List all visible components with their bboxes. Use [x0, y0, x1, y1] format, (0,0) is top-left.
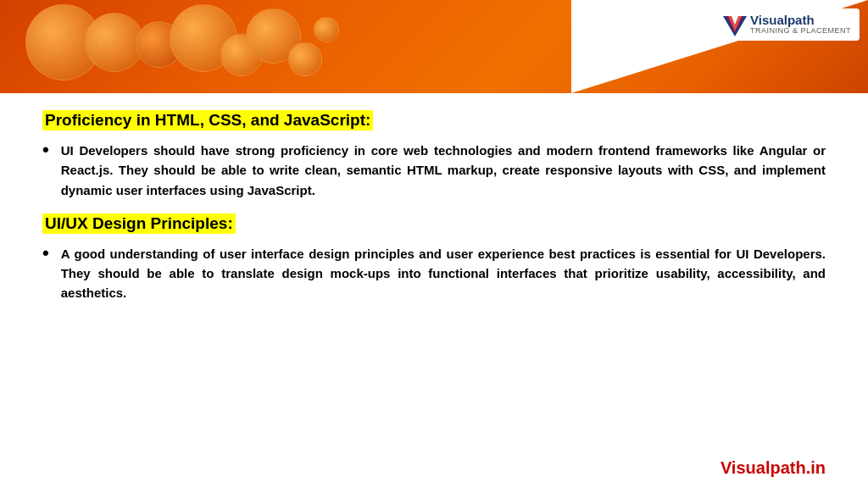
section1-bullet-text: UI Developers should have strong profici…	[61, 141, 826, 200]
section-uiux: UI/UX Design Principles: • A good unders…	[42, 214, 826, 303]
logo-icon	[723, 13, 747, 36]
logo-text: Visualpath training & placement	[750, 14, 851, 36]
header-banner: Visualpath training & placement	[0, 0, 868, 93]
section2-title: UI/UX Design Principles:	[42, 214, 236, 234]
main-content: Proficiency in HTML, CSS, and JavaScript…	[0, 93, 868, 330]
section-html-css: Proficiency in HTML, CSS, and JavaScript…	[42, 110, 826, 200]
section2-bullet-text: A good understanding of user interface d…	[61, 244, 826, 303]
bullet-item: • A good understanding of user interface…	[42, 244, 826, 303]
bullet-dot: •	[42, 137, 49, 164]
section2-bullet-list: • A good understanding of user interface…	[42, 244, 826, 303]
section1-title: Proficiency in HTML, CSS, and JavaScript…	[42, 110, 373, 130]
bullet-item: • UI Developers should have strong profi…	[42, 141, 826, 200]
logo-container: Visualpath training & placement	[715, 8, 860, 41]
bullet-dot: •	[42, 241, 49, 267]
footer-brand: Visualpath.in	[721, 458, 826, 478]
decorative-bubble	[314, 17, 339, 42]
decorative-bubble	[288, 42, 322, 76]
section1-bullet-list: • UI Developers should have strong profi…	[42, 141, 826, 200]
